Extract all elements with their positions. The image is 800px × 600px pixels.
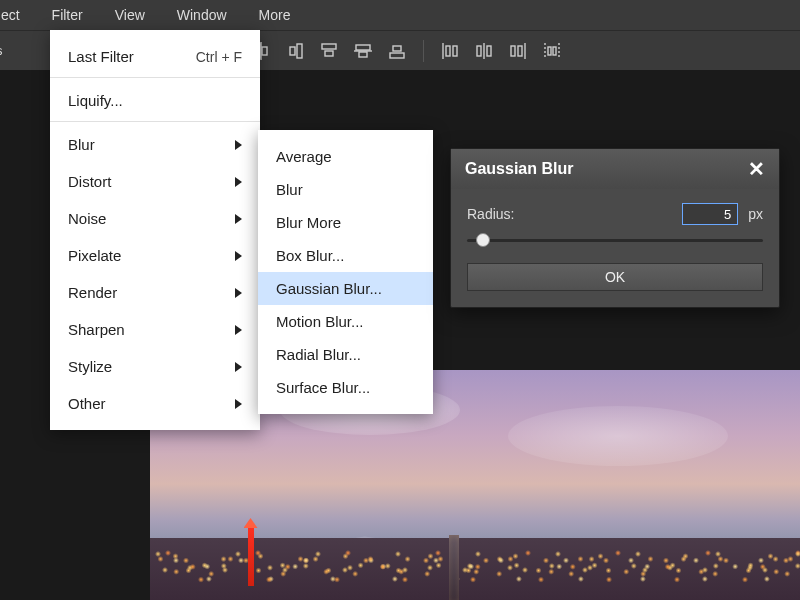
chevron-right-icon bbox=[235, 399, 242, 409]
svg-rect-10 bbox=[359, 52, 367, 57]
close-icon[interactable]: ✕ bbox=[748, 159, 765, 179]
menu-item-label: Pixelate bbox=[68, 247, 121, 264]
filter-menu: Last Filter Ctrl + F Liquify... Blur Dis… bbox=[50, 30, 260, 430]
chevron-right-icon bbox=[235, 362, 242, 372]
radius-input[interactable] bbox=[682, 203, 738, 225]
svg-rect-7 bbox=[322, 44, 336, 49]
svg-rect-13 bbox=[393, 46, 401, 51]
submenu-item-blur-more[interactable]: Blur More bbox=[258, 206, 433, 239]
svg-rect-16 bbox=[453, 46, 457, 56]
menu-item-other[interactable]: Other bbox=[50, 385, 260, 422]
menu-item-render[interactable]: Render bbox=[50, 274, 260, 311]
align-bottom-icon[interactable] bbox=[387, 41, 407, 61]
svg-rect-9 bbox=[356, 45, 370, 50]
menu-item-label: Radial Blur... bbox=[276, 346, 361, 363]
menu-item-label: Blur bbox=[68, 136, 95, 153]
menu-item-label: Motion Blur... bbox=[276, 313, 364, 330]
gaussian-blur-dialog: Gaussian Blur ✕ Radius: px OK bbox=[450, 148, 780, 308]
menu-item-label: Average bbox=[276, 148, 332, 165]
chevron-right-icon bbox=[235, 140, 242, 150]
svg-rect-12 bbox=[390, 53, 404, 58]
menu-item-liquify[interactable]: Liquify... bbox=[50, 82, 260, 122]
chevron-right-icon bbox=[235, 177, 242, 187]
menu-item-label: Noise bbox=[68, 210, 106, 227]
menu-bar: elect Filter View Window More bbox=[0, 0, 800, 30]
submenu-item-box-blur[interactable]: Box Blur... bbox=[258, 239, 433, 272]
align-right-icon[interactable] bbox=[285, 41, 305, 61]
menu-item-label: Sharpen bbox=[68, 321, 125, 338]
chevron-right-icon bbox=[235, 288, 242, 298]
svg-rect-17 bbox=[477, 46, 481, 56]
menu-item-label: Other bbox=[68, 395, 106, 412]
svg-rect-5 bbox=[297, 44, 302, 58]
menu-filter[interactable]: Filter bbox=[36, 1, 99, 29]
menu-item-last-filter[interactable]: Last Filter Ctrl + F bbox=[50, 38, 260, 78]
distribute-right-icon[interactable] bbox=[508, 41, 528, 61]
menu-item-label: Blur bbox=[276, 181, 303, 198]
align-center-v-icon[interactable] bbox=[353, 41, 373, 61]
chevron-right-icon bbox=[235, 214, 242, 224]
menu-shortcut: Ctrl + F bbox=[196, 49, 242, 65]
menu-select[interactable]: elect bbox=[0, 1, 36, 29]
submenu-item-surface-blur[interactable]: Surface Blur... bbox=[258, 371, 433, 404]
distribute-left-icon[interactable] bbox=[440, 41, 460, 61]
submenu-item-radial-blur[interactable]: Radial Blur... bbox=[258, 338, 433, 371]
radius-label: Radius: bbox=[467, 206, 514, 222]
distribute-center-icon[interactable] bbox=[474, 41, 494, 61]
blur-submenu: Average Blur Blur More Box Blur... Gauss… bbox=[258, 130, 433, 414]
ok-button[interactable]: OK bbox=[467, 263, 763, 291]
menu-more[interactable]: More bbox=[243, 1, 307, 29]
menu-item-label: Liquify... bbox=[68, 92, 123, 109]
toolbar-separator bbox=[423, 40, 424, 62]
svg-rect-15 bbox=[446, 46, 450, 56]
toolbar-label: trols bbox=[0, 43, 3, 58]
slider-thumb[interactable] bbox=[476, 233, 490, 247]
menu-item-label: Gaussian Blur... bbox=[276, 280, 382, 297]
radius-slider[interactable] bbox=[467, 231, 763, 249]
submenu-item-blur[interactable]: Blur bbox=[258, 173, 433, 206]
svg-rect-8 bbox=[325, 51, 333, 56]
chevron-right-icon bbox=[235, 251, 242, 261]
svg-rect-25 bbox=[553, 47, 556, 55]
svg-rect-20 bbox=[511, 46, 515, 56]
menu-item-sharpen[interactable]: Sharpen bbox=[50, 311, 260, 348]
dialog-title: Gaussian Blur bbox=[465, 160, 573, 178]
slider-track bbox=[467, 239, 763, 242]
menu-item-stylize[interactable]: Stylize bbox=[50, 348, 260, 385]
dialog-titlebar[interactable]: Gaussian Blur ✕ bbox=[451, 149, 779, 189]
svg-rect-3 bbox=[262, 47, 267, 55]
submenu-item-gaussian-blur[interactable]: Gaussian Blur... bbox=[258, 272, 433, 305]
menu-item-noise[interactable]: Noise bbox=[50, 200, 260, 237]
menu-item-label: Distort bbox=[68, 173, 111, 190]
menu-view[interactable]: View bbox=[99, 1, 161, 29]
menu-item-label: Render bbox=[68, 284, 117, 301]
submenu-item-motion-blur[interactable]: Motion Blur... bbox=[258, 305, 433, 338]
svg-rect-24 bbox=[548, 47, 551, 55]
align-top-icon[interactable] bbox=[319, 41, 339, 61]
menu-item-label: Surface Blur... bbox=[276, 379, 370, 396]
menu-item-pixelate[interactable]: Pixelate bbox=[50, 237, 260, 274]
distribute-spacing-icon[interactable] bbox=[542, 41, 562, 61]
submenu-item-average[interactable]: Average bbox=[258, 140, 433, 173]
chevron-right-icon bbox=[235, 325, 242, 335]
menu-item-distort[interactable]: Distort bbox=[50, 163, 260, 200]
svg-rect-19 bbox=[487, 46, 491, 56]
svg-rect-21 bbox=[518, 46, 522, 56]
menu-item-blur[interactable]: Blur bbox=[50, 126, 260, 163]
radius-unit: px bbox=[748, 206, 763, 222]
menu-window[interactable]: Window bbox=[161, 1, 243, 29]
menu-item-label: Last Filter bbox=[68, 48, 134, 65]
svg-rect-6 bbox=[290, 47, 295, 55]
menu-item-label: Stylize bbox=[68, 358, 112, 375]
menu-item-label: Box Blur... bbox=[276, 247, 344, 264]
menu-item-label: Blur More bbox=[276, 214, 341, 231]
